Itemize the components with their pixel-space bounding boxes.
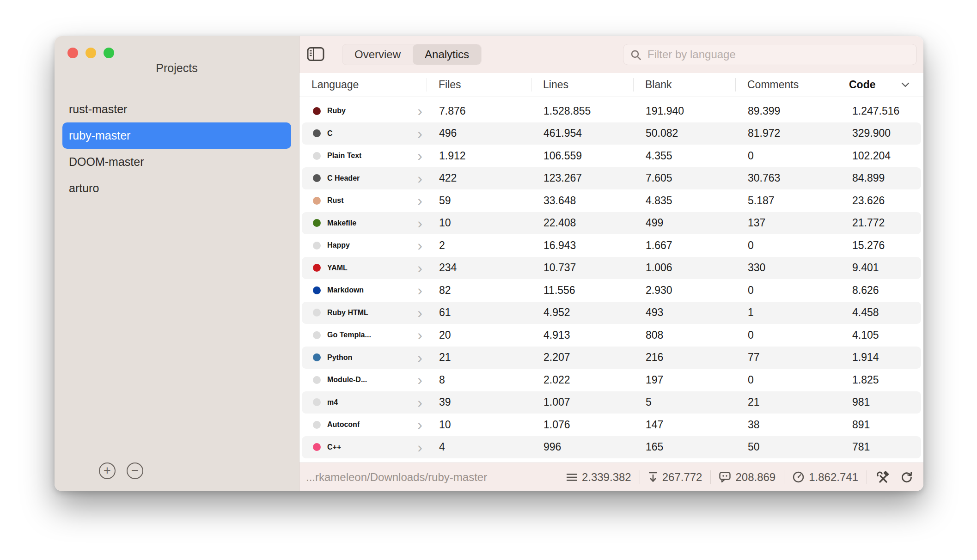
table-row[interactable]: m4 › 39 1.007 5 21 981 xyxy=(302,391,921,414)
expand-chevron-right-icon[interactable]: › xyxy=(417,420,422,429)
files-cell: 8 xyxy=(429,374,533,386)
expand-chevron-right-icon[interactable]: › xyxy=(417,129,422,138)
refresh-button[interactable] xyxy=(900,471,913,484)
language-name: Rust xyxy=(327,196,344,205)
code-cell: 329.900 xyxy=(842,127,921,140)
language-cell: Autoconf › xyxy=(302,414,429,436)
table-row[interactable]: C › 496 461.954 50.082 81.972 329.900 xyxy=(302,122,921,145)
table-row[interactable]: Python › 21 2.207 216 77 1.914 xyxy=(302,347,921,369)
sidebar-project-item[interactable]: rust-master xyxy=(62,96,291,122)
comments-cell: 5.187 xyxy=(738,195,842,207)
divider xyxy=(640,470,640,484)
sidebar-project-item[interactable]: DOOM-master xyxy=(62,149,291,175)
lines-cell: 16.943 xyxy=(533,239,635,252)
remove-project-button[interactable]: − xyxy=(127,463,143,479)
settings-button[interactable] xyxy=(876,470,890,484)
language-cell: Module-D... › xyxy=(302,369,429,391)
language-color-dot xyxy=(313,353,321,361)
view-tab[interactable]: Overview xyxy=(342,44,413,65)
language-cell: Ruby HTML › xyxy=(302,302,429,324)
table-row[interactable]: Markdown › 82 11.556 2.930 0 8.626 xyxy=(302,279,921,302)
table-row[interactable]: YAML › 234 10.737 1.006 330 9.401 xyxy=(302,257,921,280)
table-row[interactable]: Makefile › 10 22.408 499 137 21.772 xyxy=(302,212,921,235)
table-row[interactable]: Go Templa... › 20 4.913 808 0 4.105 xyxy=(302,324,921,347)
total-blank-value: 267.772 xyxy=(662,471,702,484)
files-cell: 7.876 xyxy=(429,105,533,117)
expand-chevron-right-icon[interactable]: › xyxy=(417,174,422,183)
column-header-code[interactable]: Code xyxy=(840,73,923,97)
expand-chevron-right-icon[interactable]: › xyxy=(417,196,422,205)
language-name: Autoconf xyxy=(327,420,360,429)
table-row[interactable]: Happy › 2 16.943 1.667 0 15.276 xyxy=(302,234,921,257)
expand-chevron-right-icon[interactable]: › xyxy=(417,263,422,273)
expand-chevron-right-icon[interactable]: › xyxy=(417,241,422,250)
files-cell: 39 xyxy=(429,396,533,408)
total-code-value: 1.862.741 xyxy=(809,471,858,484)
table-row[interactable]: Autoconf › 10 1.076 147 38 891 xyxy=(302,414,921,436)
column-header-language[interactable]: Language xyxy=(299,73,427,97)
language-name: Ruby HTML xyxy=(327,309,368,317)
code-icon xyxy=(793,471,804,483)
sidebar-project-item[interactable]: ruby-master xyxy=(62,122,291,149)
expand-chevron-right-icon[interactable]: › xyxy=(417,330,422,340)
minimize-button[interactable] xyxy=(85,48,96,58)
language-name: C xyxy=(327,129,333,138)
comments-icon xyxy=(719,472,731,483)
language-cell: Ruby › xyxy=(302,100,429,122)
blank-cell: 7.605 xyxy=(635,172,738,184)
total-code-stat: 1.862.741 xyxy=(793,471,858,484)
expand-chevron-right-icon[interactable]: › xyxy=(417,219,422,228)
lines-cell: 33.648 xyxy=(533,195,635,207)
language-cell: Go Templa... › xyxy=(302,324,429,347)
add-project-button[interactable]: + xyxy=(99,463,116,479)
expand-chevron-right-icon[interactable]: › xyxy=(417,398,422,407)
table-row[interactable]: Rust › 59 33.648 4.835 5.187 23.626 xyxy=(302,189,921,212)
code-cell: 1.247.516 xyxy=(842,105,921,117)
expand-chevron-right-icon[interactable]: › xyxy=(417,106,422,116)
expand-chevron-right-icon[interactable]: › xyxy=(417,443,422,452)
table-row[interactable]: Ruby HTML › 61 4.952 493 1 4.458 xyxy=(302,302,921,324)
expand-chevron-right-icon[interactable]: › xyxy=(417,308,422,317)
code-cell: 15.276 xyxy=(842,239,921,252)
expand-chevron-right-icon[interactable]: › xyxy=(417,353,422,362)
column-header-files[interactable]: Files xyxy=(427,73,531,97)
lines-icon xyxy=(566,473,577,481)
language-color-dot xyxy=(313,376,321,384)
files-cell: 10 xyxy=(429,419,533,431)
language-cell: Makefile › xyxy=(302,212,429,235)
close-button[interactable] xyxy=(67,48,78,58)
column-header-comments[interactable]: Comments xyxy=(735,73,840,97)
language-name: Markdown xyxy=(327,286,364,294)
lines-cell: 2.022 xyxy=(533,374,635,386)
search-input[interactable] xyxy=(623,44,917,65)
column-header-blank[interactable]: Blank xyxy=(633,73,735,97)
sidebar: Projects rust-master ruby-master DOOM-ma… xyxy=(55,36,299,491)
toggle-sidebar-button[interactable] xyxy=(307,47,324,63)
language-color-dot xyxy=(313,242,321,250)
tools-icon xyxy=(876,470,890,484)
lines-cell: 4.913 xyxy=(533,329,635,341)
total-comments-value: 208.869 xyxy=(735,471,775,484)
code-cell: 1.914 xyxy=(842,351,921,364)
column-header-lines[interactable]: Lines xyxy=(531,73,633,97)
comments-cell: 50 xyxy=(738,441,842,453)
expand-chevron-right-icon[interactable]: › xyxy=(417,375,422,384)
view-tab[interactable]: Analytics xyxy=(413,44,481,65)
lines-cell: 1.007 xyxy=(533,396,635,408)
table-row[interactable]: Module-D... › 8 2.022 197 0 1.825 xyxy=(302,369,921,391)
expand-chevron-right-icon[interactable]: › xyxy=(417,151,422,160)
table-row[interactable]: C++ › 4 996 165 50 781 xyxy=(302,436,921,459)
files-cell: 4 xyxy=(429,441,533,453)
table-body: Ruby › 7.876 1.528.855 191.940 89.399 1.… xyxy=(299,97,923,463)
comments-cell: 1 xyxy=(738,306,842,319)
language-name: Python xyxy=(327,353,352,362)
blank-cell: 4.835 xyxy=(635,195,738,207)
table-row[interactable]: Plain Text › 1.912 106.559 4.355 0 102.2… xyxy=(302,145,921,167)
zoom-button[interactable] xyxy=(104,48,114,58)
expand-chevron-right-icon[interactable]: › xyxy=(417,286,422,295)
table-row[interactable]: Ruby › 7.876 1.528.855 191.940 89.399 1.… xyxy=(302,100,921,122)
table-row[interactable]: C Header › 422 123.267 7.605 30.763 84.8… xyxy=(302,167,921,190)
comments-cell: 81.972 xyxy=(738,127,842,140)
lines-cell: 996 xyxy=(533,441,635,453)
sidebar-project-item[interactable]: arturo xyxy=(62,175,291,201)
